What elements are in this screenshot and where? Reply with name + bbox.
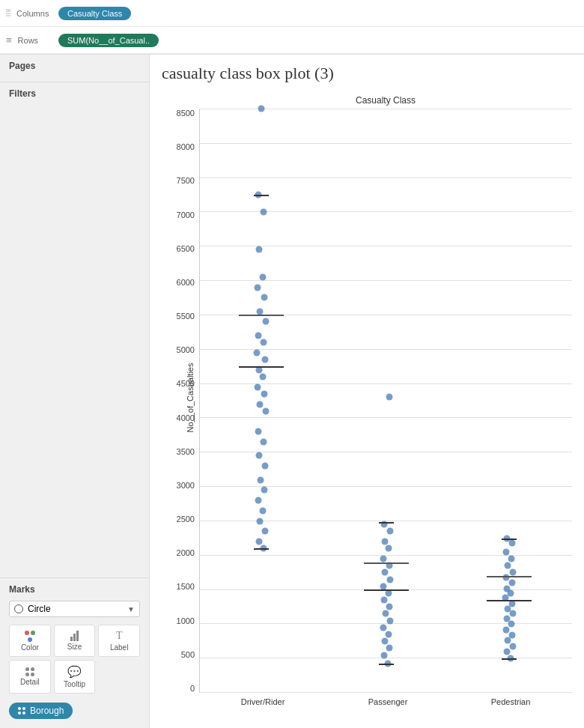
filters-title: Filters [9, 88, 140, 99]
scatter-dot [261, 208, 267, 215]
detail-button[interactable]: Detail [9, 660, 51, 694]
detail-label: Detail [20, 678, 40, 686]
whisker-top-cap [254, 195, 269, 196]
x-label-passenger: Passenger [368, 697, 408, 706]
size-label: Size [67, 643, 82, 651]
scatter-dot [502, 626, 509, 633]
label-label: Label [110, 643, 128, 652]
y-axis-label: No__of_Casualties [186, 363, 195, 433]
scatter-dot [380, 652, 387, 658]
scatter-dot [385, 545, 392, 552]
tooltip-button[interactable]: 💬 Tooltip [54, 660, 96, 694]
label-button[interactable]: T Label [98, 625, 140, 657]
label-icon: T [116, 630, 123, 642]
y-tick: 1500 [177, 582, 195, 591]
y-tick: 8500 [177, 109, 195, 118]
scatter-dot [255, 497, 262, 504]
whisker-top-cap [502, 539, 517, 540]
scatter-dot [382, 610, 389, 617]
color-button[interactable]: Color [9, 625, 51, 657]
y-tick: 6500 [177, 244, 195, 253]
grid-line [200, 692, 572, 693]
scatter-dot [261, 390, 268, 397]
scatter-dot [263, 407, 270, 414]
scatter-dot [260, 273, 267, 280]
scatter-dot [257, 518, 264, 524]
scatter-dot [509, 610, 516, 617]
mark-type-label: Circle [28, 604, 51, 614]
chart-plot [199, 109, 572, 693]
scatter-dot [385, 631, 392, 638]
y-tick: 5500 [177, 312, 195, 321]
scatter-dot [254, 349, 261, 356]
y-tick: 0 [190, 684, 195, 693]
rows-shelf: ≡ Rows SUM(No__of_Casual.. [0, 27, 584, 54]
rows-pill[interactable]: SUM(No__of_Casual.. [58, 34, 159, 47]
mark-type-selector[interactable]: Circle ▼ [9, 601, 140, 617]
left-panel: Pages Filters Marks Circle ▼ Color [0, 55, 150, 728]
scatter-dot [509, 643, 516, 649]
scatter-dot [509, 569, 516, 576]
whisker-bottom-cap [379, 664, 394, 665]
color-label: Color [21, 643, 39, 652]
y-tick: 2000 [177, 548, 195, 557]
whisker-bottom-cap [502, 658, 517, 660]
scatter-dot [258, 106, 265, 112]
scatter-dot [260, 373, 267, 380]
x-labels: Driver/Rider Passenger Pedestrian [199, 697, 572, 706]
pages-section: Pages [0, 55, 149, 82]
borough-pill[interactable]: Borough [9, 703, 73, 719]
scatter-dot [255, 383, 261, 390]
scatter-dot [261, 439, 267, 446]
size-button[interactable]: Size [54, 625, 96, 657]
scatter-dot [381, 539, 388, 545]
scatter-dot [508, 556, 514, 562]
rows-label: ≡ Rows [6, 34, 58, 46]
column-header: Casualty Class [199, 95, 572, 106]
main-layout: Pages Filters Marks Circle ▼ Color [0, 55, 584, 728]
scatter-dot [258, 476, 264, 483]
y-tick: 3000 [177, 481, 195, 490]
scatter-dot [386, 604, 392, 610]
scatter-dot [386, 617, 393, 624]
chart-area: casualty class box plot (3) Casualty Cla… [150, 55, 584, 728]
scatter-dot [263, 318, 270, 325]
scatter-dot [508, 621, 514, 628]
x-label-pedestrian: Pedestrian [491, 697, 531, 706]
median-line [487, 600, 532, 601]
pages-title: Pages [9, 61, 140, 71]
scatter-dot [262, 356, 269, 363]
scatter-dot [261, 294, 268, 301]
box-rect [487, 576, 532, 577]
scatter-dot [380, 556, 386, 562]
y-tick: 6000 [177, 278, 195, 287]
scatter-dot [386, 394, 392, 401]
dropdown-arrow-icon: ▼ [127, 605, 135, 613]
y-tick: 8000 [177, 142, 195, 151]
borough-dots-icon [18, 707, 25, 715]
scatter-dot [386, 576, 393, 583]
whisker-bottom-cap [254, 548, 269, 550]
y-tick: 7500 [177, 176, 195, 185]
columns-icon: ⦙⦙⦙ [6, 7, 10, 19]
color-icon [25, 631, 35, 635]
scatter-dot [508, 539, 515, 546]
borough-pill-container: Borough [9, 700, 140, 722]
chart-title: casualty class box plot (3) [162, 64, 572, 83]
tooltip-icon: 💬 [67, 665, 82, 679]
box-rect [364, 562, 409, 564]
scatter-dot [380, 583, 386, 589]
detail-icon [25, 667, 34, 676]
mark-buttons-group: Color Size T Label [9, 625, 140, 694]
marks-section: Marks Circle ▼ Color [0, 578, 149, 728]
y-tick: 500 [181, 650, 195, 659]
scatter-dot [256, 452, 263, 459]
scatter-dot [256, 539, 263, 545]
scatter-dot [380, 597, 387, 604]
rows-icon: ≡ [6, 34, 12, 46]
driver-rider-group [261, 109, 262, 692]
y-tick: 5000 [177, 345, 195, 354]
columns-pill[interactable]: Casualty Class [58, 7, 131, 20]
y-tick: 7000 [177, 210, 195, 219]
scatter-dot [508, 580, 515, 586]
